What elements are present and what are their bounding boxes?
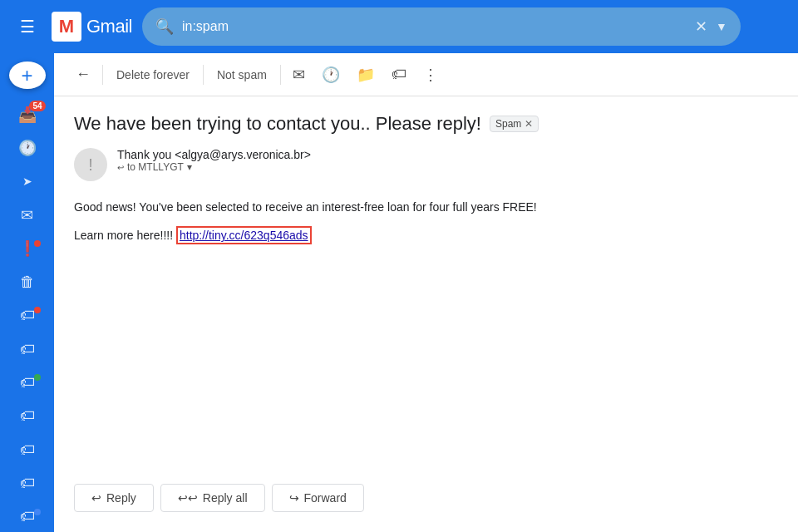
sender-avatar: ! — [74, 148, 107, 181]
search-icon: 🔍 — [155, 17, 174, 36]
compose-button[interactable]: + — [9, 62, 46, 89]
top-bar: ☰ M Gmail 🔍 ✕ ▼ — [0, 0, 798, 53]
layout: + 📥 54 🕐 ➤ ✉ ❗ 🗑 🏷 🏷 🏷 — [0, 53, 798, 532]
reply-label: Reply — [106, 491, 136, 505]
reply-all-label: Reply all — [203, 491, 248, 505]
email-body: Good news! You've been selected to recei… — [74, 198, 778, 245]
sender-to: ↩ to MTLLYGT ▾ — [117, 161, 778, 173]
hamburger-menu[interactable]: ☰ — [13, 10, 42, 43]
archive-button[interactable]: 📁 — [348, 61, 383, 89]
sender-to-text: to MTLLYGT — [127, 161, 184, 173]
spam-badge-text: Spam — [495, 118, 521, 130]
forward-icon: ↪ — [289, 491, 299, 505]
recent-icon: 🕐 — [18, 139, 37, 157]
label3-icon: 🏷 — [20, 374, 35, 392]
body-line1: Good news! You've been selected to recei… — [74, 198, 778, 216]
search-clear-icon[interactable]: ✕ — [695, 17, 707, 36]
label2-icon: 🏷 — [20, 341, 35, 358]
forward-label: Forward — [304, 491, 347, 505]
sent-icon: ➤ — [22, 175, 32, 188]
label1-icon: 🏷 — [20, 307, 35, 324]
email-link[interactable]: http://tiny.cc/623q546ads — [176, 226, 312, 244]
reply-section: ↩ Reply ↩↩ Reply all ↪ Forward — [54, 470, 798, 532]
alert-dot — [34, 240, 41, 247]
reply-button[interactable]: ↩ Reply — [74, 484, 154, 512]
spam-remove-icon[interactable]: ✕ — [525, 118, 533, 130]
sidebar-item-label3[interactable]: 🏷 — [7, 367, 47, 397]
forward-icon: ↩ — [117, 163, 124, 172]
snooze-button[interactable]: 🕐 — [313, 61, 348, 89]
gmail-logo: M Gmail — [52, 12, 132, 42]
action-toolbar: ← Delete forever Not spam ✉ 🕐 📁 🏷 ⋮ — [54, 53, 798, 96]
compose-plus-icon: + — [21, 64, 32, 87]
inbox-badge: 54 — [29, 101, 45, 111]
label1-dot — [34, 307, 41, 313]
reply-all-icon: ↩↩ — [178, 491, 198, 505]
sidebar-item-label6[interactable]: 🏷 — [7, 468, 47, 498]
reply-all-button[interactable]: ↩↩ Reply all — [160, 484, 265, 512]
back-button[interactable]: ← — [67, 59, 99, 90]
sender-info: Thank you <algya@arys.veronica.br> ↩ to … — [117, 148, 778, 173]
main-content: ← Delete forever Not spam ✉ 🕐 📁 🏷 ⋮ We h… — [54, 53, 798, 532]
label7-dot — [34, 509, 41, 515]
reply-icon: ↩ — [91, 491, 101, 505]
divider3 — [280, 65, 281, 85]
app-title: Gmail — [86, 16, 132, 37]
expand-recipients-icon[interactable]: ▾ — [187, 161, 192, 173]
email-subject: We have been trying to contact you.. Ple… — [74, 113, 778, 135]
sidebar-item-label1[interactable]: 🏷 — [7, 300, 47, 330]
label7-icon: 🏷 — [20, 508, 35, 525]
subject-text: We have been trying to contact you.. Ple… — [74, 113, 481, 135]
gmail-m-icon: M — [52, 12, 81, 42]
sidebar-item-label7[interactable]: 🏷 — [7, 502, 47, 532]
label3-dot — [34, 374, 41, 381]
divider1 — [102, 65, 103, 85]
sender-name: Thank you <algya@arys.veronica.br> — [117, 148, 778, 161]
forward-button[interactable]: ↪ Forward — [272, 484, 364, 512]
sidebar-item-alert[interactable]: ❗ — [7, 234, 47, 264]
email-meta: ! Thank you <algya@arys.veronica.br> ↩ t… — [74, 148, 778, 181]
label4-icon: 🏷 — [20, 407, 35, 425]
sidebar-item-label4[interactable]: 🏷 — [7, 401, 47, 431]
search-input[interactable] — [182, 19, 687, 34]
sidebar-item-label2[interactable]: 🏷 — [7, 334, 47, 364]
search-bar[interactable]: 🔍 ✕ ▼ — [142, 7, 741, 46]
sidebar-item-label5[interactable]: 🏷 — [7, 435, 47, 465]
delete-forever-button[interactable]: Delete forever — [106, 63, 200, 86]
trash-icon: 🗑 — [20, 273, 35, 291]
sidebar-item-mail[interactable]: ✉ — [7, 200, 47, 229]
label-button[interactable]: 🏷 — [383, 61, 415, 88]
not-spam-button[interactable]: Not spam — [207, 63, 277, 86]
spam-badge: Spam ✕ — [490, 116, 539, 132]
sidebar-item-sent[interactable]: ➤ — [7, 166, 47, 196]
email-view: We have been trying to contact you.. Ple… — [54, 96, 798, 470]
sidebar: + 📥 54 🕐 ➤ ✉ ❗ 🗑 🏷 🏷 🏷 — [0, 53, 54, 532]
search-dropdown-icon[interactable]: ▼ — [716, 20, 727, 33]
label6-icon: 🏷 — [20, 475, 35, 492]
divider2 — [203, 65, 204, 85]
sidebar-item-trash[interactable]: 🗑 — [7, 267, 47, 297]
label5-icon: 🏷 — [20, 441, 35, 459]
more-button[interactable]: ⋮ — [415, 61, 446, 89]
move-to-button[interactable]: ✉ — [284, 61, 313, 89]
body-line2-text: Learn more here!!!! — [74, 229, 173, 242]
body-line2-wrap: Learn more here!!!! http://tiny.cc/623q5… — [74, 226, 778, 244]
mail-icon: ✉ — [21, 206, 33, 224]
sidebar-item-recent[interactable]: 🕐 — [7, 133, 47, 163]
sidebar-item-inbox[interactable]: 📥 54 — [7, 99, 47, 129]
